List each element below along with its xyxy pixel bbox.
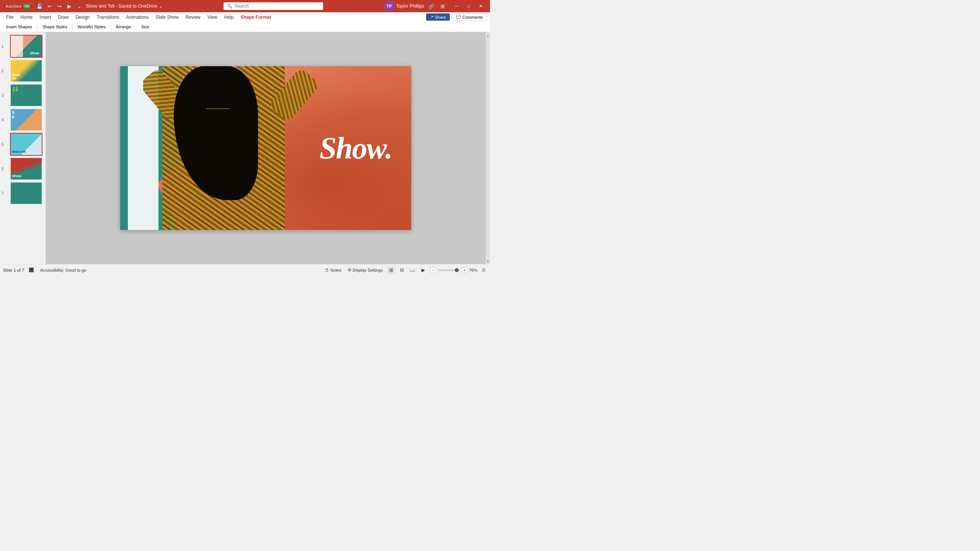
toolbar-separator-2: [72, 23, 73, 30]
toolbar: Insert Shapes Shape Styles WordArt Style…: [0, 22, 490, 32]
menu-animations[interactable]: Animations: [123, 14, 152, 21]
close-button[interactable]: ✕: [475, 1, 487, 11]
title-bar: AutoSave On 💾 ↩ ↪ ▶ ⌄ Show and Tell - Sa…: [0, 0, 490, 12]
zoom-slider[interactable]: [438, 269, 461, 271]
sidebar-arrow-down[interactable]: ▼: [486, 259, 490, 264]
slide-number-7: 7: [2, 191, 4, 196]
main-content: 1 Show. 2 ShowUp 3: [0, 32, 490, 264]
slide-person-area: [143, 66, 327, 230]
quick-access-toolbar: 💾 ↩ ↪ ▶ ⌄: [35, 2, 83, 10]
search-input[interactable]: [234, 3, 320, 9]
slide-notes-toggle-icon[interactable]: ⬛: [27, 267, 36, 273]
slide-number-6: 6: [2, 167, 4, 171]
notes-button[interactable]: 🗒 Notes: [323, 267, 343, 273]
menu-design[interactable]: Design: [72, 14, 93, 21]
comments-button[interactable]: 💬 Comments: [452, 13, 487, 21]
menu-bar: File Home Insert Draw Design Transitions…: [0, 12, 490, 22]
slide-preview-4: S8: [11, 109, 42, 130]
menu-insert[interactable]: Insert: [36, 14, 54, 21]
minimize-button[interactable]: ─: [450, 1, 462, 11]
accessibility-label: Accessibility: Good to go: [40, 268, 86, 272]
linkedin-icon[interactable]: 🔗: [427, 2, 436, 10]
wordart-styles-btn[interactable]: WordArt Styles: [75, 24, 109, 30]
restore-button[interactable]: □: [462, 1, 475, 11]
ribbon: File Home Insert Draw Design Transitions…: [0, 12, 490, 32]
insert-shapes-btn[interactable]: Insert Shapes: [3, 24, 35, 30]
switch-account-icon[interactable]: ⊞: [439, 2, 447, 10]
sidebar-arrow-up[interactable]: ▲: [486, 34, 490, 39]
document-title: Show and Tell - Saved to OneDrive ⌄: [86, 3, 163, 9]
slideshow-view-button[interactable]: ▶: [420, 266, 427, 274]
autosave-toggle[interactable]: On: [23, 4, 31, 8]
menu-review[interactable]: Review: [182, 14, 203, 21]
slide-number-1: 1: [2, 44, 4, 49]
normal-view-button[interactable]: ⊞: [387, 266, 395, 274]
autosave-label: AutoSave: [5, 4, 22, 8]
toolbar-separator-4: [136, 23, 136, 30]
display-settings-label: Display Settings: [353, 268, 383, 272]
title-bar-left: AutoSave On 💾 ↩ ↪ ▶ ⌄ Show and Tell - Sa…: [3, 2, 163, 10]
status-right: 🗒 Notes ⚙ Display Settings ⊞ ⊟ 📖 ▶ − + 7…: [323, 266, 487, 274]
zoom-thumb[interactable]: [455, 268, 459, 272]
reading-view-button[interactable]: 📖: [409, 266, 416, 274]
redo-icon[interactable]: ↪: [55, 2, 64, 10]
menu-transitions[interactable]: Transitions: [94, 14, 122, 21]
search-icon: 🔍: [227, 3, 232, 9]
canvas-area[interactable]: Show.: [46, 32, 485, 264]
share-icon: ↗: [430, 15, 433, 20]
share-label: Share: [434, 15, 446, 20]
slide-thumb-4[interactable]: S8: [10, 108, 42, 131]
right-sidebar: ▲ ▼: [485, 32, 490, 264]
slide-thumb-2[interactable]: ShowUp: [10, 59, 42, 82]
arrange-btn[interactable]: Arrange: [113, 24, 134, 30]
slide-preview-5: Show Off.: [11, 134, 42, 155]
user-info[interactable]: TP Taylor Phillips: [384, 1, 424, 11]
user-name: Taylor Phillips: [396, 3, 424, 9]
slide-number-3: 3: [2, 93, 4, 98]
zoom-out-button[interactable]: −: [430, 267, 436, 273]
doc-title-text: Show and Tell - Saved to OneDrive: [86, 3, 157, 9]
share-button[interactable]: ↗ Share: [426, 13, 449, 21]
slide-thumb-7[interactable]: [10, 182, 42, 205]
menu-slideshow[interactable]: Slide Show: [152, 14, 181, 21]
autosave-badge[interactable]: AutoSave On: [3, 3, 33, 9]
slide-preview-6: Show.: [11, 158, 42, 179]
slide-panel: 1 Show. 2 ShowUp 3: [0, 32, 46, 264]
menu-file[interactable]: File: [3, 14, 16, 21]
accessibility-icon[interactable]: Accessibility: Good to go: [39, 267, 88, 273]
slide-thumb-5[interactable]: Show Off.: [10, 133, 42, 156]
fit-to-window-button[interactable]: ⊡: [480, 267, 487, 273]
present-icon[interactable]: ▶: [65, 2, 74, 10]
main-slide[interactable]: Show.: [120, 66, 411, 230]
zoom-in-button[interactable]: +: [462, 267, 468, 273]
person-necklace: [206, 108, 229, 109]
slide-preview-1: Show.: [11, 36, 42, 57]
title-bar-right: TP Taylor Phillips 🔗 ⊞ ─ □ ✕: [384, 1, 487, 11]
slide-thumb-6[interactable]: Show.: [10, 157, 42, 180]
menu-shape-format[interactable]: Shape Format: [237, 14, 274, 21]
menu-view[interactable]: View: [204, 14, 220, 21]
more-options-icon[interactable]: ⌄: [75, 2, 83, 10]
size-btn[interactable]: Size: [138, 24, 152, 30]
menu-help[interactable]: Help: [221, 14, 237, 21]
zoom-level: 76%: [469, 268, 477, 272]
slide-preview-3: 11: [11, 85, 42, 106]
menu-home[interactable]: Home: [17, 14, 36, 21]
display-settings-button[interactable]: ⚙ Display Settings: [346, 267, 384, 273]
slide-thumb-3[interactable]: 11: [10, 84, 42, 107]
status-bar: Slide 1 of 7 ⬛ Accessibility: Good to go…: [0, 264, 490, 276]
save-icon[interactable]: 💾: [35, 2, 44, 10]
undo-icon[interactable]: ↩: [45, 2, 54, 10]
comments-label: Comments: [462, 15, 483, 20]
slide-thumb-1[interactable]: Show.: [10, 35, 42, 58]
slide-preview-2: ShowUp: [11, 60, 42, 82]
status-left: Slide 1 of 7 ⬛ Accessibility: Good to go: [3, 267, 88, 273]
slide-sorter-button[interactable]: ⊟: [398, 266, 406, 274]
zoom-controls: − + 76%: [430, 267, 477, 273]
doc-title-chevron[interactable]: ⌄: [159, 3, 163, 9]
menu-draw[interactable]: Draw: [55, 14, 72, 21]
slide-number-2: 2: [2, 69, 4, 73]
shape-styles-btn[interactable]: Shape Styles: [39, 24, 70, 30]
window-controls: ─ □ ✕: [450, 1, 487, 11]
search-bar[interactable]: 🔍: [224, 2, 323, 10]
